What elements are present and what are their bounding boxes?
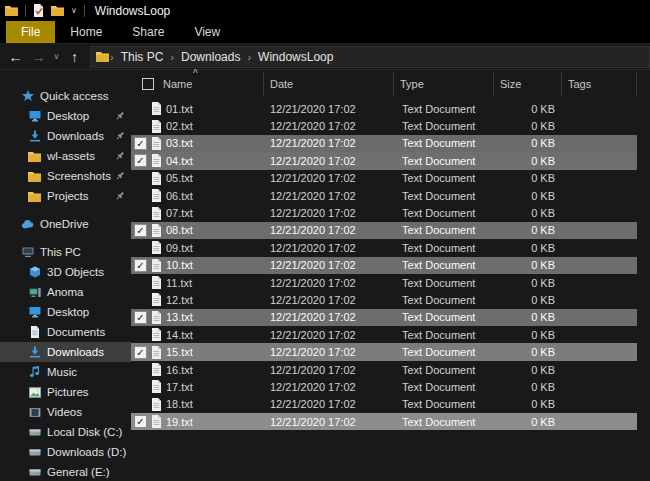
row-checkbox[interactable]: ✓ [134,224,147,237]
text-file-icon [151,380,162,393]
column-header-name[interactable]: Name^ [131,72,264,96]
file-row-17-txt[interactable]: 17.txt12/21/2020 17:02Text Document0 KB [131,378,637,395]
properties-icon[interactable] [33,4,44,17]
column-header-size[interactable]: Size [494,72,562,96]
sidebar-item-music[interactable]: Music [0,362,131,382]
row-checkbox[interactable]: ✓ [134,311,147,324]
sidebar-item-this-pc[interactable]: This PC [0,242,131,262]
forward-button[interactable]: → [27,49,50,65]
downloads-icon [28,346,41,358]
address-bar[interactable]: ›This PC›Downloads›WindowsLoop [90,46,650,68]
sidebar-item-downloads[interactable]: Downloads [0,126,131,146]
file-row-09-txt[interactable]: 09.txt12/21/2020 17:02Text Document0 KB [131,239,637,256]
sidebar-item-documents[interactable]: Documents [0,322,131,342]
row-checkbox[interactable]: ✓ [134,259,147,272]
tab-home[interactable]: Home [55,21,117,43]
column-header-label: Size [500,78,521,90]
file-row-14-txt[interactable]: 14.txt12/21/2020 17:02Text Document0 KB [131,326,637,343]
sidebar-item-local-disk-c[interactable]: Local Disk (C:) [0,422,131,442]
file-row-06-txt[interactable]: 06.txt12/21/2020 17:02Text Document0 KB [131,187,637,204]
file-row-19-txt[interactable]: ✓19.txt12/21/2020 17:02Text Document0 KB [131,413,637,430]
column-header-tags[interactable]: Tags [562,72,637,96]
file-name-cell: ✓10.txt [131,259,264,272]
sidebar-item-3d-objects[interactable]: 3D Objects [0,262,131,282]
breadcrumb-item-downloads[interactable]: Downloads [175,50,246,64]
back-button[interactable]: ← [4,49,27,65]
file-name: 13.txt [166,311,193,323]
file-row-03-txt[interactable]: ✓03.txt12/21/2020 17:02Text Document0 KB [131,135,637,152]
tab-file[interactable]: File [6,21,55,43]
sidebar-item-general-e[interactable]: General (E:) [0,462,131,481]
sidebar-item-downloads[interactable]: Downloads [0,342,131,362]
breadcrumb: ›This PC›Downloads›WindowsLoop [109,50,339,64]
file-row-13-txt[interactable]: ✓13.txt12/21/2020 17:02Text Document0 KB [131,309,637,326]
column-header-label: Type [400,78,424,90]
file-type: Text Document [394,190,494,202]
file-row-12-txt[interactable]: 12.txt12/21/2020 17:02Text Document0 KB [131,291,637,308]
breadcrumb-item-windowsloop[interactable]: WindowsLoop [252,50,339,64]
row-checkbox[interactable]: ✓ [134,137,147,150]
sidebar-item-projects[interactable]: Projects [0,186,131,206]
column-header-type[interactable]: Type [394,72,494,96]
videos-icon [28,407,41,418]
row-checkbox[interactable]: ✓ [134,346,147,359]
file-row-07-txt[interactable]: 07.txt12/21/2020 17:02Text Document0 KB [131,204,637,221]
file-type: Text Document [394,329,494,341]
address-folder-icon [96,51,109,62]
disk-icon [28,468,41,477]
tab-share[interactable]: Share [117,21,179,43]
sidebar-item-pictures[interactable]: Pictures [0,382,131,402]
row-checkbox[interactable]: ✓ [134,415,147,428]
up-button[interactable]: ↑ [63,49,86,65]
star-icon [21,90,34,102]
breadcrumb-item-this-pc[interactable]: This PC [115,50,170,64]
file-name-cell: 14.txt [131,328,264,341]
file-name: 16.txt [166,364,193,376]
sidebar-item-screenshots[interactable]: Screenshots [0,166,131,186]
sidebar-item-quick-access[interactable]: Quick access [0,86,131,106]
tab-view[interactable]: View [179,21,235,43]
sidebar-item-desktop[interactable]: Desktop [0,106,131,126]
file-row-01-txt[interactable]: 01.txt12/21/2020 17:02Text Document0 KB [131,100,637,117]
text-file-icon [151,311,162,324]
file-row-15-txt[interactable]: ✓15.txt12/21/2020 17:02Text Document0 KB [131,343,637,360]
file-row-02-txt[interactable]: 02.txt12/21/2020 17:02Text Document0 KB [131,117,637,134]
recent-locations-chevron-icon[interactable]: ∨ [50,52,63,61]
file-size: 0 KB [494,381,562,393]
file-name: 04.txt [166,155,193,167]
file-row-04-txt[interactable]: ✓04.txt12/21/2020 17:02Text Document0 KB [131,152,637,169]
sidebar-item-anoma[interactable]: Anoma [0,282,131,302]
file-name-cell: 17.txt [131,380,264,393]
file-name-cell: 05.txt [131,172,264,185]
sidebar-item-onedrive[interactable]: OneDrive [0,214,131,234]
select-all-checkbox[interactable] [142,78,154,90]
file-row-16-txt[interactable]: 16.txt12/21/2020 17:02Text Document0 KB [131,361,637,378]
file-date: 12/21/2020 17:02 [264,346,394,358]
sidebar-item-label: Pictures [47,386,89,398]
customize-qat-chevron-icon[interactable]: ∨ [71,6,77,15]
text-file-icon [151,189,162,202]
file-row-10-txt[interactable]: ✓10.txt12/21/2020 17:02Text Document0 KB [131,257,637,274]
column-header-date[interactable]: Date [264,72,394,96]
file-row-08-txt[interactable]: ✓08.txt12/21/2020 17:02Text Document0 KB [131,222,637,239]
file-row-05-txt[interactable]: 05.txt12/21/2020 17:02Text Document0 KB [131,170,637,187]
text-file-icon [151,120,162,133]
file-row-18-txt[interactable]: 18.txt12/21/2020 17:02Text Document0 KB [131,396,637,413]
file-date: 12/21/2020 17:02 [264,207,394,219]
text-file-icon [151,241,162,254]
sidebar-item-desktop[interactable]: Desktop [0,302,131,322]
file-name-cell: ✓13.txt [131,311,264,324]
sidebar-item-wl-assets[interactable]: wl-assets [0,146,131,166]
sidebar-item-label: Quick access [40,90,108,102]
file-name: 01.txt [166,103,193,115]
row-checkbox[interactable]: ✓ [134,154,147,167]
sidebar-item-label: This PC [40,246,81,258]
file-name-cell: ✓19.txt [131,415,264,428]
file-row-11-txt[interactable]: 11.txt12/21/2020 17:02Text Document0 KB [131,274,637,291]
file-name: 03.txt [166,137,193,149]
sidebar-item-videos[interactable]: Videos [0,402,131,422]
explorer-folder-icon[interactable] [5,5,18,16]
file-pane: Name^DateTypeSizeTags 01.txt12/21/2020 1… [131,70,650,481]
sidebar-item-downloads-d[interactable]: Downloads (D:) [0,442,131,462]
new-folder-icon[interactable] [51,5,64,16]
